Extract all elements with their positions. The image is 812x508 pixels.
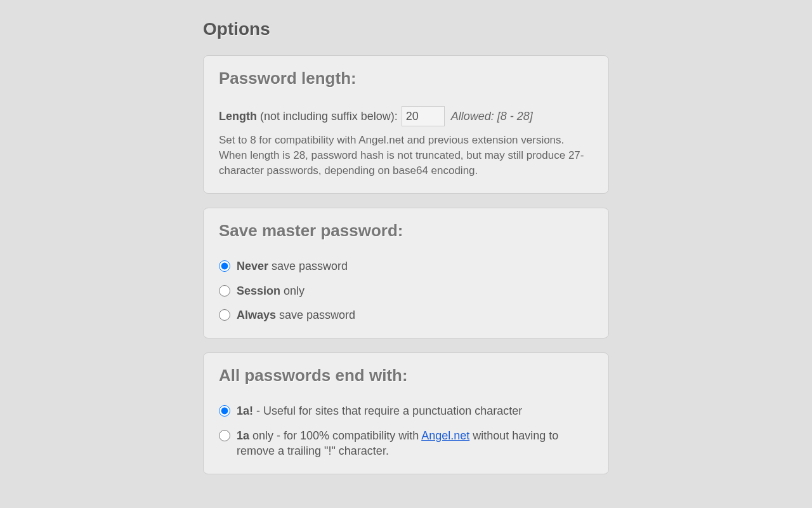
suffix-option-1a[interactable]: 1a only - for 100% compatibility with An… xyxy=(219,428,593,459)
suffix-1a-bold: 1a xyxy=(237,429,249,442)
suffix-radio-1a[interactable] xyxy=(219,430,230,441)
length-input[interactable] xyxy=(402,106,445,126)
length-label-strong: Length xyxy=(219,110,257,123)
save-master-never-bold: Never xyxy=(237,260,268,272)
suffix-1a-bang-bold: 1a! xyxy=(237,404,253,417)
save-master-panel: Save master password: Never save passwor… xyxy=(203,208,609,338)
password-length-panel: Password length: Length (not including s… xyxy=(203,55,609,194)
suffix-options: 1a! - Useful for sites that require a pu… xyxy=(219,403,593,458)
save-master-options: Never save password Session only Always … xyxy=(219,258,593,323)
page-title: Options xyxy=(203,19,609,39)
length-description: Set to 8 for compatibility with Angel.ne… xyxy=(219,133,593,178)
suffix-panel: All passwords end with: 1a! - Useful for… xyxy=(203,352,609,474)
suffix-1a-rest-pre: only - for 100% compatibility with xyxy=(249,429,421,442)
save-master-radio-never[interactable] xyxy=(219,260,230,272)
save-master-radio-always[interactable] xyxy=(219,309,230,321)
save-master-never-rest: save password xyxy=(268,260,348,272)
suffix-radio-1a-bang[interactable] xyxy=(219,405,230,417)
save-master-session-rest: only xyxy=(280,284,304,297)
save-master-option-always[interactable]: Always save password xyxy=(219,307,593,323)
save-master-option-session[interactable]: Session only xyxy=(219,283,593,298)
suffix-1a-bang-rest: - Useful for sites that require a punctu… xyxy=(253,404,522,417)
length-row: Length (not including suffix below): All… xyxy=(219,106,593,126)
suffix-option-1a-bang[interactable]: 1a! - Useful for sites that require a pu… xyxy=(219,403,593,418)
angelnet-link[interactable]: Angel.net xyxy=(421,429,469,442)
save-master-always-rest: save password xyxy=(276,309,355,321)
save-master-heading: Save master password: xyxy=(219,221,593,241)
save-master-option-never[interactable]: Never save password xyxy=(219,258,593,274)
length-label-rest: (not including suffix below): xyxy=(257,110,398,123)
save-master-always-bold: Always xyxy=(237,309,276,321)
suffix-heading: All passwords end with: xyxy=(219,366,593,385)
password-length-heading: Password length: xyxy=(219,69,593,88)
length-allowed: Allowed: [8 - 28] xyxy=(451,110,533,123)
save-master-radio-session[interactable] xyxy=(219,285,230,297)
save-master-session-bold: Session xyxy=(237,284,280,297)
